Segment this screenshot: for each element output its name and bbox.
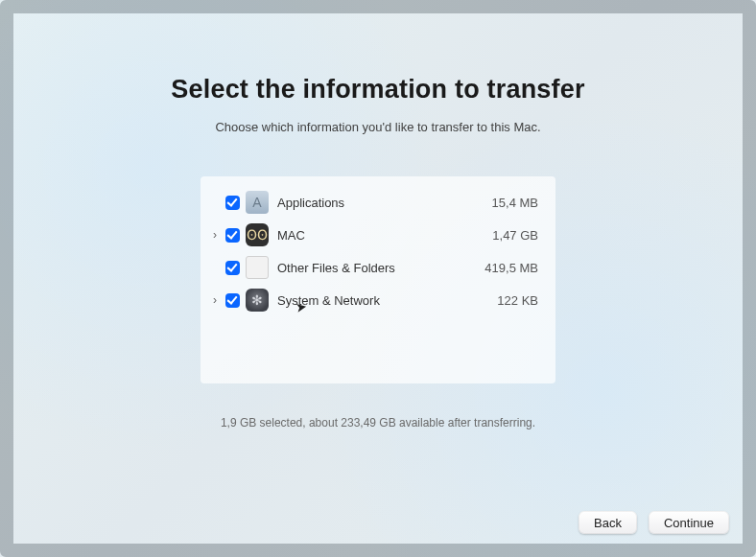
item-label: Other Files & Folders xyxy=(272,261,484,275)
owl-icon: ʘʘ xyxy=(246,223,269,246)
chevron-right-icon[interactable]: › xyxy=(208,293,222,307)
checkbox-applications[interactable] xyxy=(225,196,240,210)
list-item[interactable]: Other Files & Folders 419,5 MB xyxy=(208,251,538,284)
continue-button[interactable]: Continue xyxy=(649,511,729,534)
page-subtitle: Choose which information you'd like to t… xyxy=(215,120,540,134)
item-label: Applications xyxy=(272,196,492,210)
item-label: System & Network xyxy=(272,293,497,308)
page-title: Select the information to transfer xyxy=(171,75,584,104)
folder-icon: A xyxy=(246,191,269,214)
chevron-right-icon[interactable]: › xyxy=(208,228,222,242)
gear-icon: ✻ xyxy=(246,289,269,312)
button-bar: Back Continue xyxy=(579,511,729,534)
item-size: 1,47 GB xyxy=(492,228,538,243)
item-size: 122 KB xyxy=(497,293,538,308)
checkbox-system-network[interactable] xyxy=(225,293,240,308)
item-size: 419,5 MB xyxy=(484,261,538,275)
back-button[interactable]: Back xyxy=(579,511,637,534)
list-item[interactable]: A Applications 15,4 MB xyxy=(208,186,538,219)
status-text: 1,9 GB selected, about 233,49 GB availab… xyxy=(221,416,535,429)
item-label: MAC xyxy=(272,228,492,243)
transfer-panel: A Applications 15,4 MB › ʘʘ MAC 1,47 GB … xyxy=(201,176,555,383)
checkbox-mac[interactable] xyxy=(225,228,240,243)
checkbox-other-files[interactable] xyxy=(225,261,240,275)
list-item[interactable]: › ʘʘ MAC 1,47 GB xyxy=(208,219,538,251)
file-icon xyxy=(246,256,269,279)
list-item[interactable]: › ✻ System & Network 122 KB xyxy=(208,284,538,316)
item-size: 15,4 MB xyxy=(492,196,538,210)
